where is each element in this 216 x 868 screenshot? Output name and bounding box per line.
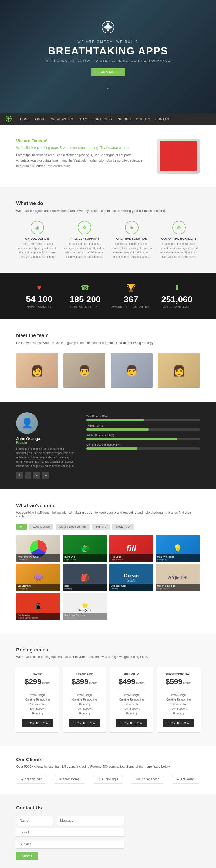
portfolio-filters: All Logo Design Mobile Development Print… (16, 524, 200, 530)
social-linkedin[interactable]: in (33, 472, 40, 478)
clients-title: Our Clients (16, 757, 200, 763)
nav-clients[interactable]: CLIENTS (136, 118, 150, 121)
contact-message-input[interactable] (57, 816, 124, 825)
nav-home[interactable]: HOME (20, 118, 30, 121)
portfolio-item-2[interactable]: 🐲 Bull's EyeLogo Design (63, 535, 107, 562)
skill-content-bg (86, 447, 200, 450)
out-of-box-icon: ⊕ (172, 221, 186, 234)
team-photo-2: 👨 (63, 353, 105, 388)
stat-downloads-number: 251,060 (154, 294, 200, 304)
contact-subject-input[interactable] (16, 840, 124, 848)
filter-all[interactable]: All (16, 524, 27, 530)
plan-standard-f5: Branding (69, 711, 100, 716)
contact-form: Submit (16, 816, 124, 861)
hero-cta-button[interactable]: LEARN MORE (91, 68, 125, 76)
team-section: Meet the team Be it any business you run… (0, 319, 216, 402)
features-row: ◈ UNIQUE DESIGN Lorem ipsum dolor sit am… (16, 221, 200, 259)
stat-awards-number: 367 (108, 294, 154, 304)
portfolio-item-4[interactable]: 💡 Man With IdeasDesign 3D (156, 535, 200, 562)
what-we-do-title: What we do (16, 200, 200, 206)
plan-professional: PROFESSIONAL $599/month Web Design Creat… (157, 667, 200, 733)
feature-creative-solution: ★ CREATIVE SOLUTION Lorem ipsum dolor si… (111, 221, 153, 259)
portfolio-item-1[interactable]: Awesome Pie ChartDesign 3D (16, 535, 60, 562)
plan-standard-name: STANDARD (69, 673, 100, 676)
client-activeden: ▶ activeden (172, 775, 199, 784)
nav-what-we-do[interactable]: WHAT WE DO (51, 118, 74, 121)
portfolio-item-7[interactable]: Ocean Souls Business CardPrinting (109, 564, 153, 591)
svg-point-1 (107, 26, 109, 29)
nav-contact[interactable]: CONTACT (155, 118, 171, 121)
nav-about[interactable]: ABOUT (35, 118, 47, 121)
plan-basic-f5: Branding (22, 711, 53, 716)
stat-happy-clients-number: 54 100 (16, 294, 62, 304)
contact-section: Contact Us Submit (0, 795, 216, 868)
unique-design-icon: ◈ (30, 221, 44, 234)
portfolio-item-8[interactable]: AY▶TR Ocean Soul logoLogo Design (156, 564, 200, 591)
filter-logo[interactable]: Logo Design (29, 524, 53, 530)
portfolio-item-3[interactable]: fill Red LogoLogo Design (109, 535, 153, 562)
plan-professional-f1: Web Design (163, 693, 194, 697)
team-desc: Be it any business you run, we can give … (16, 341, 200, 345)
social-google[interactable]: g+ (42, 472, 49, 478)
social-twitter[interactable]: t (25, 472, 31, 478)
filter-3d[interactable]: Design 3D (112, 524, 134, 530)
social-facebook[interactable]: f (16, 472, 23, 478)
skill-wordpress: WordPress (51%) (86, 415, 200, 421)
nav-portfolio[interactable]: PORTFOLIO (92, 118, 112, 121)
plan-standard-f1: Web Design (69, 693, 100, 697)
filter-mobile[interactable]: Mobile Development (56, 524, 90, 530)
plan-standard-cta[interactable]: Signup Now (69, 719, 100, 727)
stat-happy-clients: ♥ 54 100 HAPPY CLIENTS (16, 283, 62, 308)
portfolio-grid: Awesome Pie ChartDesign 3D 🐲 Bull's EyeL… (16, 535, 200, 620)
codecanyon-label: codecanyon (142, 777, 159, 781)
what-we-do-desc: We're an energetic and determined team d… (16, 209, 200, 213)
portfolio-item-9[interactable]: 📱 ApplicationMobile Development (16, 593, 60, 620)
plan-premium-f4: Tech Support (116, 707, 147, 711)
portfolio-item-8-label: Ocean Soul logoLogo Design (156, 584, 200, 591)
hero-title: BREATHTAKING APPS (46, 45, 171, 57)
clients-row: ◈ graphicriver ❋ themeforest ♫ audiojung… (16, 775, 200, 784)
profile-social: f t in g+ (16, 472, 76, 478)
heart-icon: ♥ (16, 283, 62, 292)
stat-contacts-number: 185 200 (62, 294, 108, 304)
creative-solution-label: CREATIVE SOLUTION (111, 237, 153, 240)
plan-professional-f2: Creative Retouching (163, 697, 194, 702)
skill-illustrator-bg (86, 438, 200, 440)
plan-premium-f3: CG Production (116, 702, 147, 707)
plan-premium-cta[interactable]: Signup Now (116, 719, 147, 727)
who-we-are-title: We are Omega! (16, 138, 146, 144)
plan-basic-f4: Tech Support (22, 707, 53, 711)
contact-email-input[interactable] (16, 828, 124, 837)
plan-basic-f1: Web Design (22, 693, 53, 697)
contact-name-input[interactable] (16, 816, 53, 825)
who-we-are-desc: Lorem ipsum dolor sit amet, consectetur … (16, 152, 146, 169)
contact-submit-button[interactable]: Submit (16, 852, 38, 861)
unique-design-label: UNIQUE DESIGN (16, 237, 58, 240)
portfolio-item-6[interactable]: 🎒 BagPrinting (63, 564, 107, 591)
svg-point-3 (8, 118, 9, 120)
friendly-support-icon: ❖ (78, 221, 91, 234)
plan-premium-f1: Web Design (116, 693, 147, 697)
portfolio-item-2-label: Bull's EyeLogo Design (63, 554, 107, 562)
profile-left: 👤 John Osanga Founder Lorem ipsum dolor … (16, 412, 76, 478)
profile-section: 👤 John Osanga Founder Lorem ipsum dolor … (0, 402, 216, 489)
profile-avatar: 👤 (16, 412, 38, 434)
skill-python-bg (86, 429, 200, 431)
pricing-row: BASIC $299/month Web Design Creative Ret… (16, 667, 200, 733)
plan-basic-f2: Creative Retouching (22, 697, 53, 702)
portfolio-item-9-label: ApplicationMobile Development (16, 613, 60, 620)
nav-pricing[interactable]: PRICING (117, 118, 131, 121)
portfolio-item-5[interactable]: 👾 3D CharacterDesign 3D (16, 564, 60, 591)
plan-professional-cta[interactable]: Signup Now (163, 719, 194, 727)
stat-awards-label: AWARDS & RECOGNITION (108, 306, 154, 308)
skill-python-bar (86, 429, 149, 431)
filter-printing[interactable]: Printing (92, 524, 110, 530)
clients-section: Our Clients Over 5000+ clients in less t… (0, 746, 216, 795)
plan-basic-cta[interactable]: Signup Now (22, 719, 53, 727)
plan-professional-f3: CG Production (163, 702, 194, 707)
clients-desc: Over 5000+ clients in less than 1.5 year… (16, 765, 200, 769)
portfolio-item-1-label: Awesome Pie ChartDesign 3D (16, 554, 60, 562)
feature-unique-design: ◈ UNIQUE DESIGN Lorem ipsum dolor sit am… (16, 221, 58, 259)
portfolio-item-10[interactable]: ⭐ Kids Quest Star Logo For KidsLogo Desi… (63, 593, 107, 620)
nav-team[interactable]: TEAM (78, 118, 88, 121)
